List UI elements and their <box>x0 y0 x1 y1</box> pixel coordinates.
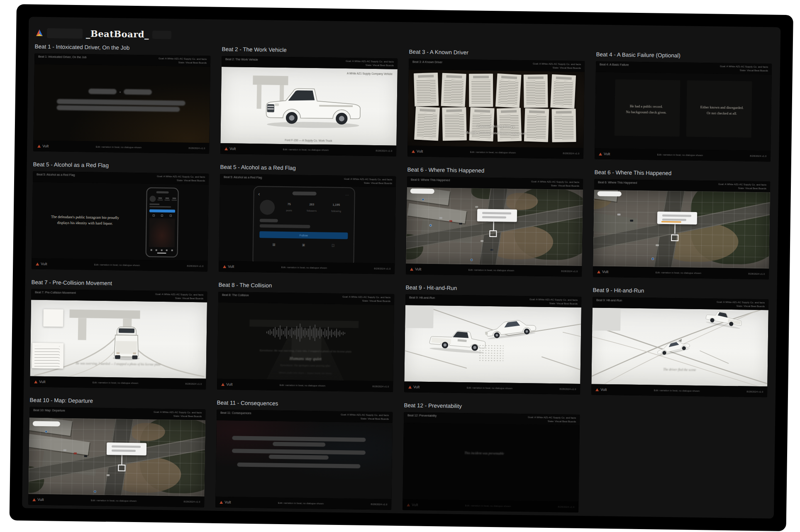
map-label-redacted <box>598 191 622 197</box>
overlay-panel <box>592 307 621 331</box>
map-callout <box>477 209 517 222</box>
tagged-tab-icon: ◫ <box>332 244 335 247</box>
profile-screen: ‹ ⋯ 75posts 283followers 1,195following <box>252 186 356 264</box>
square-marker-icon <box>671 234 678 241</box>
beat-thumbnail[interactable]: Beat 6: Where This Happened Goal: A Whit… <box>406 176 583 277</box>
scene-redacted-title <box>33 64 210 143</box>
bio-redacted <box>149 206 171 208</box>
beat-thumbnail[interactable]: Beat 6: Where This Happened Goal: A Whit… <box>593 179 770 279</box>
scene-collision-audio: Eyewitness: He was swerving, I saw him, … <box>217 303 394 381</box>
vult-triangle-icon <box>36 262 39 265</box>
vult-triangle-icon <box>599 152 602 155</box>
beat-thumbnail[interactable]: Beat 4: A Basic Failure Goal: A White AZ… <box>595 61 772 162</box>
prism-logo-icon <box>35 29 44 37</box>
thumb-footer: Vult Edit: narration in beat; no dialogu… <box>595 148 771 161</box>
profile-stats: 75posts 283followers 1,195following <box>279 202 349 213</box>
avatar <box>260 200 275 215</box>
username-redacted <box>292 191 316 195</box>
card-title: Beat 8 - The Collision <box>218 282 394 292</box>
thumb-footer: Vult Edit: narration in beat; no dialogu… <box>402 499 578 512</box>
beat-grid: Beat 1 - Intoxicated Driver, On the Job … <box>28 44 772 515</box>
app-title: _BeatBoard_ <box>86 28 149 39</box>
beat-thumbnail[interactable]: Beat 9: Hit-and-Run Goal: A White AZ1-AC… <box>404 294 581 395</box>
map-callout-highlighted <box>657 211 697 224</box>
vult-triangle-icon <box>410 268 413 271</box>
beatboard-panel: _BeatBoard_ Beat 1 - Intoxicated Driver,… <box>22 17 780 518</box>
card-title: Beat 5 - Alcohol as a Red Flag <box>220 164 396 174</box>
app-header: _BeatBoard_ <box>35 28 171 40</box>
vult-triangle-icon <box>597 270 600 273</box>
vult-triangle-icon <box>220 500 223 503</box>
beat-thumbnail[interactable]: Beat 8: The Collision Goal: A White AZ1-… <box>217 292 394 392</box>
beat-thumbnail[interactable]: Beat 5: Alcohol as a Red Flag Goal: A Wh… <box>32 171 209 272</box>
scene-record-quotes: He had a public record.No background che… <box>595 72 772 151</box>
beat-thumbnail[interactable]: Beat 10: Map: Departure Goal: A White AZ… <box>28 407 205 508</box>
thumb-footer: Vult Edit: narration in beat; no dialogu… <box>407 146 583 159</box>
card-beat-10: Beat 10 - Map: Departure Beat 10: Map: D… <box>28 397 206 508</box>
card-beat-2: Beat 2 - The Work Vehicle Beat 2: The Wo… <box>220 46 398 156</box>
name-redacted <box>149 204 159 205</box>
beat-thumbnail[interactable]: Beat 9: Hit-and-Run Goal: A White AZ1-AC… <box>591 297 768 397</box>
scene-preventability: This incident was preventable <box>402 423 580 502</box>
beatboard-window: _BeatBoard_ Beat 1 - Intoxicated Driver,… <box>10 4 793 531</box>
reels-tab-icon: ▣ <box>302 243 305 247</box>
card-title: Beat 3 - A Known Driver <box>409 49 585 59</box>
thumb-footer: Vult Edit: narration in beat; no dialogu… <box>217 379 393 392</box>
more-options-icon: ⋯ <box>345 193 349 197</box>
beat-thumbnail[interactable]: Beat 12: Preventability Goal: A White AZ… <box>402 412 580 512</box>
quote-left: He had a public record.No background che… <box>609 103 683 116</box>
beat-thumbnail[interactable]: Beat 1: Intoxicated Driver, On the Job G… <box>33 54 210 154</box>
beat-thumbnail[interactable]: Beat 5: Alcohol as a Red Flag Goal: A Wh… <box>219 174 396 274</box>
scene-satellite-map <box>593 190 770 268</box>
card-beat-3: Beat 3 - A Known Driver Beat 3: A Known … <box>407 49 585 159</box>
card-title: Beat 9 - Hit-and-Run <box>593 287 768 297</box>
card-beat-8: Beat 8 - The Collision Beat 8: The Colli… <box>217 282 395 392</box>
vult-triangle-icon <box>221 383 224 386</box>
card-title: Beat 10 - Map: Departure <box>30 397 206 407</box>
beat-thumbnail[interactable]: Beat 2: The Work Vehicle Goal: A White A… <box>220 56 398 156</box>
card-beat-4: Beat 4 - A Basic Failure (Optional) Beat… <box>595 51 772 162</box>
driving-record-page <box>414 73 439 107</box>
thumb-footer: Vult Edit: narration in beat; no dialogu… <box>593 266 769 279</box>
thumb-footer: Vult Edit: narration in beat; no dialogu… <box>215 497 391 510</box>
back-chevron-icon: ‹ <box>258 191 260 197</box>
follow-button-depicted: Follow <box>259 231 348 239</box>
card-title: Beat 11 - Consequences <box>217 400 393 410</box>
card-beat-9a: Beat 9 - Hit-and-Run Beat 9: Hit-and-Run… <box>404 284 582 395</box>
scene-instagram-phone: The defendant's public Instagram bio pro… <box>32 182 209 261</box>
name-redacted <box>259 219 278 222</box>
driving-record-page <box>550 74 576 109</box>
scene-satellite-map <box>406 187 583 266</box>
vult-triangle-icon <box>412 150 415 153</box>
nav-bar <box>149 249 175 251</box>
card-beat-11: Beat 11 - Consequences Beat 11: Conseque… <box>215 400 393 510</box>
pickup-truck <box>259 84 369 132</box>
phone-mockup <box>145 188 178 258</box>
thumb-footer: Vult Edit: narration in beat; no dialogu… <box>219 261 395 274</box>
scene-collision <box>404 305 581 384</box>
vult-triangle-icon <box>223 265 226 268</box>
card-title: Beat 1 - Intoxicated Driver, On the Job <box>34 44 210 54</box>
document-overlay <box>43 309 63 327</box>
card-beat-12: Beat 12 - Preventability Beat 12: Preven… <box>402 402 580 512</box>
debris <box>478 344 504 361</box>
card-beat-9b: Beat 9 - Hit-and-Run Beat 9: Hit-and-Run… <box>591 287 769 397</box>
vult-triangle-icon <box>407 503 410 506</box>
vult-triangle-icon <box>34 380 37 383</box>
username-redacted <box>156 191 169 193</box>
thumb-footer: Vult Edit: narration in beat; no dialogu… <box>32 259 207 272</box>
beat-thumbnail[interactable]: Beat 11: Consequences Goal: A White AZ1-… <box>215 410 393 510</box>
driving-record-page <box>441 73 466 107</box>
scene-pre-collision: He was swerving. I startled — I snapped … <box>30 300 207 379</box>
card-beat-5a: Beat 5 - Alcohol as a Red Flag Beat 5: A… <box>32 161 209 272</box>
card-title: Beat 12 - Preventability <box>404 402 580 412</box>
card-beat-6a: Beat 6 - Where This Happened Beat 6: Whe… <box>406 166 583 277</box>
scene-redacted-consequences <box>215 420 393 499</box>
thumb-footer: Vult Edit: narration in beat; no dialogu… <box>220 143 396 156</box>
card-title: Beat 2 - The Work Vehicle <box>222 46 398 56</box>
beat-thumbnail[interactable]: Beat 3: A Known Driver Goal: A White AZ1… <box>407 59 585 159</box>
beat-thumbnail[interactable]: Beat 7: Pre-Collision Movement Goal: A W… <box>30 289 207 390</box>
thumb-footer: Vult Edit: narration in beat; no dialogu… <box>404 381 580 395</box>
driving-record-page <box>469 74 493 107</box>
thumb-footer: Vult Edit: narration in beat; no dialogu… <box>591 384 767 397</box>
